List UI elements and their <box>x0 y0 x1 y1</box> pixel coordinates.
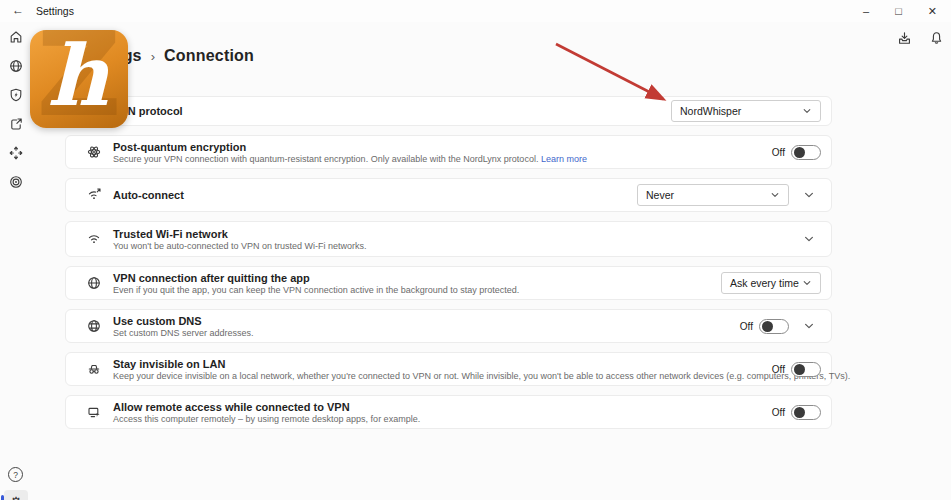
help-icon[interactable]: ? <box>8 467 23 482</box>
settings-row-custom-dns: Use custom DNSSet custom DNS server addr… <box>65 309 832 343</box>
settings-row-invisible-lan: Stay invisible on LANKeep your device in… <box>65 352 832 386</box>
toggle-switch[interactable] <box>759 319 789 334</box>
settings-row-trusted-wifi: Trusted Wi-Fi networkYou won't be auto-c… <box>65 221 832 257</box>
window-title: Settings <box>36 5 74 17</box>
sidebar: ? ⚙ <box>0 22 32 500</box>
toggle-switch[interactable] <box>791 145 821 160</box>
row-title: VPN connection after quitting the app <box>113 272 519 284</box>
sidebar-item-settings[interactable]: ⚙ <box>4 490 28 500</box>
dns-globe-icon <box>86 318 102 334</box>
toggle-state-label: Off <box>772 364 785 375</box>
atom-icon <box>86 144 102 160</box>
vpn-protocol-select[interactable]: NordWhisper <box>671 100 821 122</box>
titlebar: ← Settings – □ ✕ <box>0 0 951 22</box>
row-description: Secure your VPN connection with quantum-… <box>113 154 587 164</box>
toggle-state-label: Off <box>740 321 753 332</box>
toggle-state-label: Off <box>772 407 785 418</box>
maximize-icon[interactable]: □ <box>895 0 902 22</box>
custom-dns-expand-chevron-icon[interactable] <box>802 319 816 333</box>
toggle-knob <box>794 407 805 418</box>
select-value: Never <box>646 189 674 201</box>
close-icon[interactable]: ✕ <box>928 0 937 22</box>
shield-bolt-icon <box>8 87 24 103</box>
sidebar-item-meshnet[interactable] <box>8 145 24 161</box>
target-icon <box>8 174 24 190</box>
logo-letter: h <box>47 34 108 118</box>
invisible-lan-toggle[interactable]: Off <box>772 362 821 377</box>
settings-row-post-quantum: Post-quantum encryptionSecure your VPN c… <box>65 135 832 169</box>
incognito-icon <box>86 361 102 377</box>
home-icon <box>8 29 24 45</box>
toggle-state-label: Off <box>772 147 785 158</box>
settings-row-auto-connect: Auto-connectNever <box>65 178 832 212</box>
quit-behavior-select[interactable]: Ask every time <box>721 272 821 294</box>
row-description: Access this computer remotely – by using… <box>113 414 420 424</box>
gear-icon: ⚙ <box>10 494 23 500</box>
auto-connect-expand-chevron-icon[interactable] <box>802 188 816 202</box>
select-value: NordWhisper <box>680 105 741 117</box>
auto-connect-select[interactable]: Never <box>637 184 789 206</box>
wifi-icon <box>86 231 102 247</box>
row-description: Keep your device invisible on a local ne… <box>113 371 772 381</box>
wifi-arrow-icon <box>86 187 102 203</box>
post-quantum-toggle[interactable]: Off <box>772 145 821 160</box>
settings-list: VPN protocolNordWhisperPost-quantum encr… <box>65 96 832 429</box>
settings-row-vpn-protocol: VPN protocolNordWhisper <box>65 96 832 126</box>
minimize-icon[interactable]: – <box>863 0 869 22</box>
download-icon[interactable] <box>894 29 914 47</box>
row-title: Trusted Wi-Fi network <box>113 228 367 240</box>
watermark-logo: Z h <box>30 30 128 128</box>
row-title: Stay invisible on LAN <box>113 358 772 370</box>
sidebar-item-shield-bolt[interactable] <box>8 87 24 103</box>
select-chevron-icon <box>802 106 812 116</box>
row-description: You won't be auto-connected to VPN on tr… <box>113 241 367 251</box>
select-value: Ask every time <box>730 277 799 289</box>
page-title: Connection <box>164 47 254 65</box>
sidebar-item-target[interactable] <box>8 174 24 190</box>
row-title: Use custom DNS <box>113 315 254 327</box>
globe-icon <box>8 58 24 74</box>
toggle-knob <box>794 147 805 158</box>
globe-icon <box>86 275 102 291</box>
settings-row-remote-access: Allow remote access while connected to V… <box>65 395 832 429</box>
back-arrow-icon[interactable]: ← <box>12 3 24 17</box>
chevron-right-icon: › <box>151 48 155 64</box>
toggle-switch[interactable] <box>791 405 821 420</box>
sidebar-item-export[interactable] <box>8 116 24 132</box>
learn-more-link[interactable]: Learn more <box>541 154 587 164</box>
row-title: Post-quantum encryption <box>113 141 587 153</box>
trusted-wifi-expand-chevron-icon[interactable] <box>802 232 816 246</box>
meshnet-icon <box>8 145 24 161</box>
bell-icon[interactable] <box>926 29 946 47</box>
sidebar-item-globe[interactable] <box>8 58 24 74</box>
remote-desktop-icon <box>86 404 102 420</box>
row-description: Even if you quit the app, you can keep t… <box>113 285 519 295</box>
sidebar-item-home[interactable] <box>8 29 24 45</box>
row-description: Set custom DNS server addresses. <box>113 328 254 338</box>
settings-row-quit-behavior: VPN connection after quitting the appEve… <box>65 266 832 300</box>
select-chevron-icon <box>802 278 812 288</box>
select-chevron-icon <box>770 190 780 200</box>
remote-access-toggle[interactable]: Off <box>772 405 821 420</box>
toggle-switch[interactable] <box>791 362 821 377</box>
row-title: Auto-connect <box>113 189 184 201</box>
toggle-knob <box>794 364 805 375</box>
row-title: Allow remote access while connected to V… <box>113 401 420 413</box>
export-icon <box>8 116 24 132</box>
custom-dns-toggle[interactable]: Off <box>740 319 789 334</box>
toggle-knob <box>762 321 773 332</box>
